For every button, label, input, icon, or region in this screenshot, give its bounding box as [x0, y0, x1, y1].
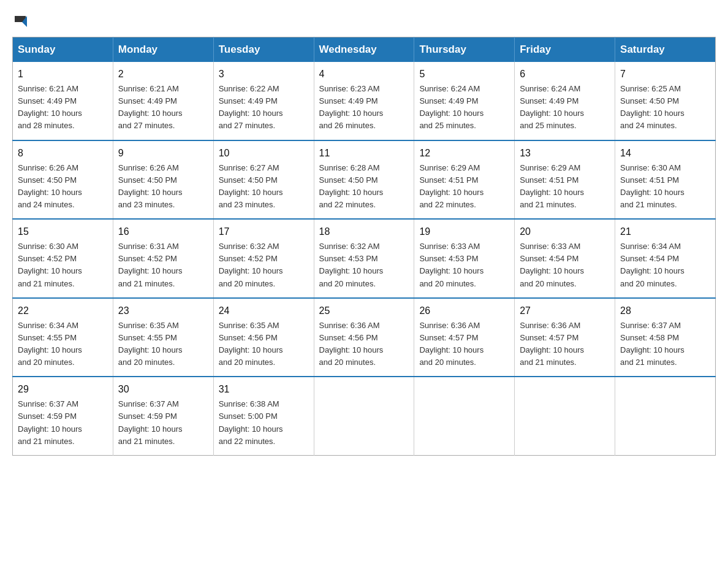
day-info: Sunrise: 6:31 AM Sunset: 4:52 PM Dayligh… — [118, 242, 183, 288]
calendar-cell: 2 Sunrise: 6:21 AM Sunset: 4:49 PM Dayli… — [113, 62, 213, 140]
calendar-cell: 27 Sunrise: 6:36 AM Sunset: 4:57 PM Dayl… — [515, 298, 615, 377]
day-number: 26 — [419, 304, 509, 318]
day-number: 30 — [118, 382, 208, 397]
day-number: 11 — [319, 146, 409, 161]
calendar-cell: 7 Sunrise: 6:25 AM Sunset: 4:50 PM Dayli… — [615, 62, 716, 140]
day-info: Sunrise: 6:26 AM Sunset: 4:50 PM Dayligh… — [118, 163, 183, 209]
calendar-cell — [414, 377, 515, 455]
calendar-cell: 25 Sunrise: 6:36 AM Sunset: 4:56 PM Dayl… — [314, 298, 414, 377]
day-number: 8 — [18, 146, 108, 161]
calendar-cell: 29 Sunrise: 6:37 AM Sunset: 4:59 PM Dayl… — [13, 377, 113, 455]
calendar-cell: 16 Sunrise: 6:31 AM Sunset: 4:52 PM Dayl… — [113, 219, 213, 298]
calendar-week-5: 29 Sunrise: 6:37 AM Sunset: 4:59 PM Dayl… — [13, 377, 716, 455]
calendar-cell: 4 Sunrise: 6:23 AM Sunset: 4:49 PM Dayli… — [314, 62, 414, 140]
day-info: Sunrise: 6:32 AM Sunset: 4:52 PM Dayligh… — [219, 242, 283, 288]
calendar-cell: 18 Sunrise: 6:32 AM Sunset: 4:53 PM Dayl… — [314, 219, 414, 298]
day-info: Sunrise: 6:35 AM Sunset: 4:55 PM Dayligh… — [118, 321, 183, 367]
calendar-cell: 9 Sunrise: 6:26 AM Sunset: 4:50 PM Dayli… — [113, 140, 213, 220]
calendar-cell: 19 Sunrise: 6:33 AM Sunset: 4:53 PM Dayl… — [414, 219, 515, 298]
day-number: 29 — [18, 382, 108, 397]
day-info: Sunrise: 6:32 AM Sunset: 4:53 PM Dayligh… — [319, 242, 384, 288]
calendar-cell — [615, 377, 716, 455]
calendar-cell: 10 Sunrise: 6:27 AM Sunset: 4:50 PM Dayl… — [213, 140, 314, 220]
day-number: 24 — [219, 304, 309, 318]
day-number: 25 — [319, 304, 409, 318]
day-number: 10 — [219, 146, 309, 161]
day-number: 4 — [319, 67, 409, 82]
calendar-cell: 31 Sunrise: 6:38 AM Sunset: 5:00 PM Dayl… — [213, 377, 314, 455]
day-number: 23 — [118, 304, 208, 318]
day-number: 6 — [520, 67, 610, 82]
day-info: Sunrise: 6:37 AM Sunset: 4:59 PM Dayligh… — [18, 399, 82, 445]
page-header — [12, 12, 716, 25]
calendar-cell: 3 Sunrise: 6:22 AM Sunset: 4:49 PM Dayli… — [213, 62, 314, 140]
calendar-cell: 13 Sunrise: 6:29 AM Sunset: 4:51 PM Dayl… — [515, 140, 615, 220]
day-number: 28 — [620, 304, 710, 318]
day-number: 20 — [520, 224, 610, 239]
day-info: Sunrise: 6:24 AM Sunset: 4:49 PM Dayligh… — [419, 84, 483, 130]
calendar-cell — [314, 377, 414, 455]
calendar-week-1: 1 Sunrise: 6:21 AM Sunset: 4:49 PM Dayli… — [13, 62, 716, 140]
calendar-week-4: 22 Sunrise: 6:34 AM Sunset: 4:55 PM Dayl… — [13, 298, 716, 377]
weekday-header-friday: Friday — [515, 37, 615, 63]
day-info: Sunrise: 6:21 AM Sunset: 4:49 PM Dayligh… — [18, 84, 82, 130]
calendar-cell: 23 Sunrise: 6:35 AM Sunset: 4:55 PM Dayl… — [113, 298, 213, 377]
day-info: Sunrise: 6:30 AM Sunset: 4:51 PM Dayligh… — [620, 163, 684, 209]
day-info: Sunrise: 6:23 AM Sunset: 4:49 PM Dayligh… — [319, 84, 384, 130]
day-number: 7 — [620, 67, 710, 82]
calendar-cell: 1 Sunrise: 6:21 AM Sunset: 4:49 PM Dayli… — [13, 62, 113, 140]
calendar-cell: 21 Sunrise: 6:34 AM Sunset: 4:54 PM Dayl… — [615, 219, 716, 298]
day-info: Sunrise: 6:36 AM Sunset: 4:56 PM Dayligh… — [319, 321, 384, 367]
calendar-cell — [515, 377, 615, 455]
calendar-table: SundayMondayTuesdayWednesdayThursdayFrid… — [12, 37, 716, 456]
day-info: Sunrise: 6:36 AM Sunset: 4:57 PM Dayligh… — [419, 321, 483, 367]
calendar-cell: 11 Sunrise: 6:28 AM Sunset: 4:50 PM Dayl… — [314, 140, 414, 220]
calendar-cell: 30 Sunrise: 6:37 AM Sunset: 4:59 PM Dayl… — [113, 377, 213, 455]
calendar-cell: 26 Sunrise: 6:36 AM Sunset: 4:57 PM Dayl… — [414, 298, 515, 377]
calendar-cell: 28 Sunrise: 6:37 AM Sunset: 4:58 PM Dayl… — [615, 298, 716, 377]
day-info: Sunrise: 6:34 AM Sunset: 4:54 PM Dayligh… — [620, 242, 684, 288]
day-info: Sunrise: 6:29 AM Sunset: 4:51 PM Dayligh… — [419, 163, 483, 209]
weekday-header-tuesday: Tuesday — [213, 37, 314, 63]
day-number: 3 — [219, 67, 309, 82]
day-number: 22 — [18, 304, 108, 318]
day-number: 5 — [419, 67, 509, 82]
logo — [12, 12, 27, 25]
day-info: Sunrise: 6:25 AM Sunset: 4:50 PM Dayligh… — [620, 84, 684, 130]
day-info: Sunrise: 6:28 AM Sunset: 4:50 PM Dayligh… — [319, 163, 384, 209]
calendar-cell: 24 Sunrise: 6:35 AM Sunset: 4:56 PM Dayl… — [213, 298, 314, 377]
day-info: Sunrise: 6:24 AM Sunset: 4:49 PM Dayligh… — [520, 84, 584, 130]
calendar-cell: 8 Sunrise: 6:26 AM Sunset: 4:50 PM Dayli… — [13, 140, 113, 220]
calendar-cell: 20 Sunrise: 6:33 AM Sunset: 4:54 PM Dayl… — [515, 219, 615, 298]
day-number: 15 — [18, 224, 108, 239]
day-number: 9 — [118, 146, 208, 161]
day-info: Sunrise: 6:22 AM Sunset: 4:49 PM Dayligh… — [219, 84, 283, 130]
day-info: Sunrise: 6:37 AM Sunset: 4:58 PM Dayligh… — [620, 321, 684, 367]
day-number: 19 — [419, 224, 509, 239]
day-number: 31 — [219, 382, 309, 397]
calendar-cell: 12 Sunrise: 6:29 AM Sunset: 4:51 PM Dayl… — [414, 140, 515, 220]
day-number: 17 — [219, 224, 309, 239]
day-info: Sunrise: 6:30 AM Sunset: 4:52 PM Dayligh… — [18, 242, 82, 288]
calendar-week-2: 8 Sunrise: 6:26 AM Sunset: 4:50 PM Dayli… — [13, 140, 716, 220]
day-number: 21 — [620, 224, 710, 239]
day-number: 1 — [18, 67, 108, 82]
day-number: 14 — [620, 146, 710, 161]
weekday-header-row: SundayMondayTuesdayWednesdayThursdayFrid… — [13, 37, 716, 63]
day-info: Sunrise: 6:33 AM Sunset: 4:54 PM Dayligh… — [520, 242, 584, 288]
weekday-header-sunday: Sunday — [13, 37, 113, 63]
day-number: 27 — [520, 304, 610, 318]
day-info: Sunrise: 6:29 AM Sunset: 4:51 PM Dayligh… — [520, 163, 584, 209]
day-info: Sunrise: 6:36 AM Sunset: 4:57 PM Dayligh… — [520, 321, 584, 367]
day-info: Sunrise: 6:37 AM Sunset: 4:59 PM Dayligh… — [118, 399, 183, 445]
day-info: Sunrise: 6:38 AM Sunset: 5:00 PM Dayligh… — [219, 399, 283, 445]
day-number: 13 — [520, 146, 610, 161]
weekday-header-thursday: Thursday — [414, 37, 515, 63]
weekday-header-saturday: Saturday — [615, 37, 716, 63]
calendar-cell: 5 Sunrise: 6:24 AM Sunset: 4:49 PM Dayli… — [414, 62, 515, 140]
calendar-cell: 6 Sunrise: 6:24 AM Sunset: 4:49 PM Dayli… — [515, 62, 615, 140]
day-info: Sunrise: 6:26 AM Sunset: 4:50 PM Dayligh… — [18, 163, 82, 209]
calendar-week-3: 15 Sunrise: 6:30 AM Sunset: 4:52 PM Dayl… — [13, 219, 716, 298]
day-number: 16 — [118, 224, 208, 239]
calendar-cell: 15 Sunrise: 6:30 AM Sunset: 4:52 PM Dayl… — [13, 219, 113, 298]
